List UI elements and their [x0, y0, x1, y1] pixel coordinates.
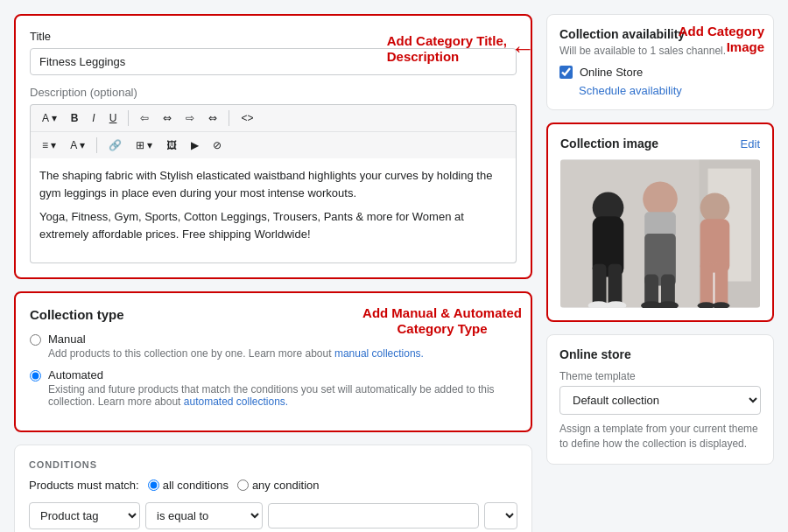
all-conditions-label: all conditions	[163, 479, 229, 492]
desc-para-2: Yoga, Fitness, Gym, Sports, Cotton Leggi…	[39, 208, 507, 242]
all-conditions-radio[interactable]	[148, 480, 159, 491]
conditions-title: CONDITIONS	[29, 459, 517, 470]
align-justify-btn[interactable]: ⇔	[202, 108, 223, 128]
all-conditions-option[interactable]: all conditions	[148, 479, 229, 492]
edit-image-link[interactable]: Edit	[741, 137, 760, 150]
availability-title: Collection availability	[559, 27, 726, 41]
availability-subtitle: Will be available to 1 sales channel.	[559, 45, 726, 57]
match-label: Products must match:	[29, 479, 139, 492]
separator2	[229, 110, 229, 126]
code-btn[interactable]: <>	[235, 108, 259, 128]
manual-desc: Add products to this collection one by o…	[48, 347, 424, 360]
table-btn[interactable]: ⊞ ▾	[130, 136, 158, 155]
font-btn[interactable]: A ▾	[36, 108, 63, 128]
automated-label: Automated	[48, 368, 517, 382]
toolbar-row-2: ≡ ▾ A ▾ 🔗 ⊞ ▾ 🖼 ▶ ⊘	[31, 132, 516, 158]
condition-row: Product tag Product title Product type P…	[29, 502, 517, 529]
condition-value-input[interactable]	[268, 503, 479, 528]
condition-operator-select[interactable]: is equal to is not equal to contains doe…	[145, 502, 263, 529]
italic-btn[interactable]: I	[86, 108, 101, 128]
online-store-card: Online store Theme template Default coll…	[546, 334, 774, 465]
svg-rect-15	[700, 262, 714, 308]
online-store-availability: Online Store	[559, 66, 761, 79]
svg-point-8	[643, 182, 678, 217]
automated-radio[interactable]	[30, 370, 41, 382]
match-row: Products must match: all conditions any …	[29, 479, 517, 492]
theme-template-select[interactable]: Default collection Custom	[559, 386, 761, 415]
automated-option[interactable]: Automated Existing and future products t…	[30, 368, 517, 408]
conditions-section: CONDITIONS Products must match: all cond…	[14, 444, 532, 532]
link-btn[interactable]: 🔗	[102, 136, 128, 155]
block-btn[interactable]: ⊘	[207, 136, 228, 155]
manual-label: Manual	[48, 332, 424, 346]
schedule-link[interactable]: Schedule availability	[579, 84, 682, 97]
any-condition-option[interactable]: any condition	[237, 479, 320, 492]
title-input[interactable]	[30, 48, 517, 75]
collection-image-title: Collection image	[560, 136, 658, 150]
svg-rect-16	[714, 262, 728, 308]
toolbar-row-1: A ▾ B I U ⇦ ⇔ ⇨ ⇔ <>	[31, 105, 516, 132]
collection-image-svg	[560, 159, 760, 308]
collection-image-container	[560, 159, 760, 308]
online-store-title: Online store	[559, 347, 761, 361]
video-btn[interactable]: ▶	[185, 136, 205, 155]
desc-para-1: The shaping fabric with Stylish elastica…	[39, 167, 507, 201]
availability-card: Collection availability Will be availabl…	[546, 14, 774, 110]
separator3	[96, 137, 97, 153]
title-description-card: Add Category Title,Description ← Title D…	[14, 14, 532, 279]
title-label: Title	[30, 30, 517, 43]
any-condition-label: any condition	[252, 479, 320, 492]
theme-template-label: Theme template	[559, 370, 761, 382]
online-store-label: Online Store	[580, 66, 643, 79]
svg-rect-6	[609, 264, 623, 308]
svg-point-13	[700, 192, 730, 222]
condition-extra-select[interactable]	[484, 502, 517, 529]
collection-type-card: Add Manual & AutomatedCategory Type Coll…	[14, 291, 532, 432]
automated-desc: Existing and future products that match …	[48, 383, 517, 408]
manual-link[interactable]: manual collections.	[334, 347, 424, 360]
ci-header: Collection image Edit	[560, 136, 760, 150]
align-indent-btn[interactable]: ⇨	[179, 108, 201, 128]
separator	[128, 110, 129, 126]
online-store-checkbox[interactable]	[559, 66, 573, 79]
manual-option[interactable]: Manual Add products to this collection o…	[30, 332, 517, 360]
theme-template-desc: Assign a template from your current them…	[559, 422, 761, 452]
description-label: Description (optional)	[30, 86, 517, 99]
align-left-btn[interactable]: ⇦	[134, 108, 155, 128]
condition-tag-select[interactable]: Product tag Product title Product type P…	[29, 502, 140, 529]
any-condition-radio[interactable]	[237, 480, 249, 491]
bold-btn[interactable]: B	[65, 108, 85, 128]
automated-link[interactable]: automated collections.	[184, 396, 288, 408]
editor-toolbar: A ▾ B I U ⇦ ⇔ ⇨ ⇔ <> ≡ ▾ A ▾ 🔗	[30, 104, 517, 158]
svg-rect-5	[593, 264, 607, 308]
image-btn[interactable]: 🖼	[160, 136, 183, 155]
editor-body[interactable]: The shaping fabric with Stylish elastica…	[30, 158, 517, 263]
collection-type-title: Collection type	[30, 307, 517, 322]
valign-btn[interactable]: ≡ ▾	[36, 136, 62, 155]
align-center-btn[interactable]: ⇔	[157, 108, 178, 128]
manual-radio[interactable]	[30, 334, 41, 346]
underline-btn[interactable]: U	[103, 108, 123, 128]
text-color-btn[interactable]: A ▾	[64, 136, 91, 155]
collection-image-card: Collection image Edit	[546, 122, 774, 322]
